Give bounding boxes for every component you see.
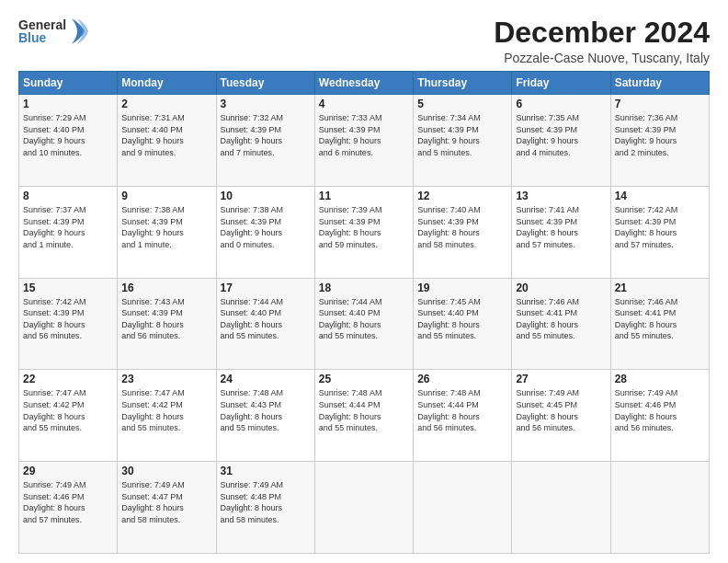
week-row-1: 1Sunrise: 7:29 AM Sunset: 4:40 PM Daylig…: [19, 95, 710, 187]
logo: General Blue: [18, 17, 88, 46]
calendar-cell: 12Sunrise: 7:40 AM Sunset: 4:39 PM Dayli…: [414, 186, 512, 278]
calendar-cell: 25Sunrise: 7:48 AM Sunset: 4:44 PM Dayli…: [314, 370, 413, 462]
calendar-cell: 9Sunrise: 7:38 AM Sunset: 4:39 PM Daylig…: [118, 186, 216, 278]
day-info: Sunrise: 7:44 AM Sunset: 4:40 PM Dayligh…: [221, 296, 311, 342]
day-number: 20: [516, 282, 606, 294]
calendar-cell: 15Sunrise: 7:42 AM Sunset: 4:39 PM Dayli…: [19, 278, 118, 370]
day-number: 22: [23, 373, 113, 385]
logo-blue-text: Blue: [18, 31, 66, 44]
day-info: Sunrise: 7:49 AM Sunset: 4:46 PM Dayligh…: [23, 479, 113, 525]
calendar-cell: 6Sunrise: 7:35 AM Sunset: 4:39 PM Daylig…: [512, 95, 610, 187]
calendar-cell: 21Sunrise: 7:46 AM Sunset: 4:41 PM Dayli…: [610, 278, 709, 370]
calendar-cell: [414, 462, 512, 554]
day-info: Sunrise: 7:42 AM Sunset: 4:39 PM Dayligh…: [23, 296, 113, 342]
calendar-cell: 18Sunrise: 7:44 AM Sunset: 4:40 PM Dayli…: [314, 278, 413, 370]
day-number: 31: [221, 465, 311, 477]
day-info: Sunrise: 7:41 AM Sunset: 4:39 PM Dayligh…: [516, 204, 606, 250]
day-info: Sunrise: 7:47 AM Sunset: 4:42 PM Dayligh…: [23, 387, 113, 433]
header-day-thursday: Thursday: [414, 72, 512, 95]
title-area: December 2024 Pozzale-Case Nuove, Tuscan…: [494, 17, 710, 65]
day-number: 17: [221, 282, 311, 294]
week-row-2: 8Sunrise: 7:37 AM Sunset: 4:39 PM Daylig…: [19, 186, 710, 278]
day-number: 14: [615, 190, 705, 202]
calendar-cell: 14Sunrise: 7:42 AM Sunset: 4:39 PM Dayli…: [610, 186, 709, 278]
calendar-cell: 5Sunrise: 7:34 AM Sunset: 4:39 PM Daylig…: [414, 95, 512, 187]
day-info: Sunrise: 7:43 AM Sunset: 4:39 PM Dayligh…: [121, 296, 211, 342]
calendar-cell: 28Sunrise: 7:49 AM Sunset: 4:46 PM Dayli…: [610, 370, 709, 462]
day-info: Sunrise: 7:42 AM Sunset: 4:39 PM Dayligh…: [615, 204, 705, 250]
calendar-cell: 10Sunrise: 7:38 AM Sunset: 4:39 PM Dayli…: [216, 186, 314, 278]
day-number: 26: [417, 373, 507, 385]
calendar-cell: 24Sunrise: 7:48 AM Sunset: 4:43 PM Dayli…: [216, 370, 314, 462]
day-number: 19: [417, 282, 507, 294]
day-info: Sunrise: 7:40 AM Sunset: 4:39 PM Dayligh…: [417, 204, 507, 250]
day-number: 9: [121, 190, 211, 202]
day-number: 18: [319, 282, 409, 294]
day-info: Sunrise: 7:49 AM Sunset: 4:46 PM Dayligh…: [615, 387, 705, 433]
calendar-cell: 13Sunrise: 7:41 AM Sunset: 4:39 PM Dayli…: [512, 186, 610, 278]
day-info: Sunrise: 7:33 AM Sunset: 4:39 PM Dayligh…: [319, 112, 409, 158]
day-number: 2: [121, 98, 211, 110]
day-number: 25: [319, 373, 409, 385]
calendar-cell: 30Sunrise: 7:49 AM Sunset: 4:47 PM Dayli…: [118, 462, 216, 554]
day-info: Sunrise: 7:49 AM Sunset: 4:47 PM Dayligh…: [121, 479, 211, 525]
day-info: Sunrise: 7:29 AM Sunset: 4:40 PM Dayligh…: [23, 112, 113, 158]
header: General Blue December 2024 Pozzale-Case …: [18, 17, 710, 65]
day-number: 7: [615, 98, 705, 110]
day-number: 28: [615, 373, 705, 385]
header-day-tuesday: Tuesday: [216, 72, 314, 95]
day-info: Sunrise: 7:39 AM Sunset: 4:39 PM Dayligh…: [319, 204, 409, 250]
header-day-saturday: Saturday: [610, 72, 709, 95]
calendar-cell: 20Sunrise: 7:46 AM Sunset: 4:41 PM Dayli…: [512, 278, 610, 370]
header-day-wednesday: Wednesday: [314, 72, 413, 95]
day-info: Sunrise: 7:35 AM Sunset: 4:39 PM Dayligh…: [516, 112, 606, 158]
calendar-cell: 4Sunrise: 7:33 AM Sunset: 4:39 PM Daylig…: [314, 95, 413, 187]
calendar-cell: 8Sunrise: 7:37 AM Sunset: 4:39 PM Daylig…: [19, 186, 118, 278]
day-info: Sunrise: 7:36 AM Sunset: 4:39 PM Dayligh…: [615, 112, 705, 158]
header-day-sunday: Sunday: [19, 72, 118, 95]
calendar-body: 1Sunrise: 7:29 AM Sunset: 4:40 PM Daylig…: [19, 95, 710, 554]
calendar-cell: [610, 462, 709, 554]
calendar-cell: [512, 462, 610, 554]
day-number: 4: [319, 98, 409, 110]
day-number: 29: [23, 465, 113, 477]
day-info: Sunrise: 7:46 AM Sunset: 4:41 PM Dayligh…: [516, 296, 606, 342]
day-number: 16: [121, 282, 211, 294]
day-info: Sunrise: 7:38 AM Sunset: 4:39 PM Dayligh…: [221, 204, 311, 250]
day-info: Sunrise: 7:38 AM Sunset: 4:39 PM Dayligh…: [121, 204, 211, 250]
calendar-cell: 29Sunrise: 7:49 AM Sunset: 4:46 PM Dayli…: [19, 462, 118, 554]
month-title: December 2024: [494, 17, 710, 49]
calendar-header: SundayMondayTuesdayWednesdayThursdayFrid…: [19, 72, 710, 95]
week-row-4: 22Sunrise: 7:47 AM Sunset: 4:42 PM Dayli…: [19, 370, 710, 462]
header-day-friday: Friday: [512, 72, 610, 95]
calendar-cell: 16Sunrise: 7:43 AM Sunset: 4:39 PM Dayli…: [118, 278, 216, 370]
calendar-cell: 1Sunrise: 7:29 AM Sunset: 4:40 PM Daylig…: [19, 95, 118, 187]
calendar-cell: 19Sunrise: 7:45 AM Sunset: 4:40 PM Dayli…: [414, 278, 512, 370]
day-info: Sunrise: 7:34 AM Sunset: 4:39 PM Dayligh…: [417, 112, 507, 158]
day-number: 30: [121, 465, 211, 477]
calendar-cell: 11Sunrise: 7:39 AM Sunset: 4:39 PM Dayli…: [314, 186, 413, 278]
page: General Blue December 2024 Pozzale-Case …: [0, 0, 728, 563]
week-row-3: 15Sunrise: 7:42 AM Sunset: 4:39 PM Dayli…: [19, 278, 710, 370]
day-info: Sunrise: 7:32 AM Sunset: 4:39 PM Dayligh…: [221, 112, 311, 158]
calendar-cell: 3Sunrise: 7:32 AM Sunset: 4:39 PM Daylig…: [216, 95, 314, 187]
day-number: 12: [417, 190, 507, 202]
day-number: 21: [615, 282, 705, 294]
logo-bird-icon: [68, 17, 88, 46]
calendar-cell: 17Sunrise: 7:44 AM Sunset: 4:40 PM Dayli…: [216, 278, 314, 370]
day-info: Sunrise: 7:48 AM Sunset: 4:43 PM Dayligh…: [221, 387, 311, 433]
day-number: 10: [221, 190, 311, 202]
day-info: Sunrise: 7:44 AM Sunset: 4:40 PM Dayligh…: [319, 296, 409, 342]
day-number: 13: [516, 190, 606, 202]
calendar-cell: 2Sunrise: 7:31 AM Sunset: 4:40 PM Daylig…: [118, 95, 216, 187]
calendar-cell: 26Sunrise: 7:48 AM Sunset: 4:44 PM Dayli…: [414, 370, 512, 462]
calendar-table: SundayMondayTuesdayWednesdayThursdayFrid…: [18, 71, 710, 554]
calendar-cell: 7Sunrise: 7:36 AM Sunset: 4:39 PM Daylig…: [610, 95, 709, 187]
day-info: Sunrise: 7:49 AM Sunset: 4:45 PM Dayligh…: [516, 387, 606, 433]
day-number: 23: [121, 373, 211, 385]
day-info: Sunrise: 7:46 AM Sunset: 4:41 PM Dayligh…: [615, 296, 705, 342]
calendar-cell: 22Sunrise: 7:47 AM Sunset: 4:42 PM Dayli…: [19, 370, 118, 462]
day-number: 24: [221, 373, 311, 385]
calendar-cell: 23Sunrise: 7:47 AM Sunset: 4:42 PM Dayli…: [118, 370, 216, 462]
day-number: 15: [23, 282, 113, 294]
